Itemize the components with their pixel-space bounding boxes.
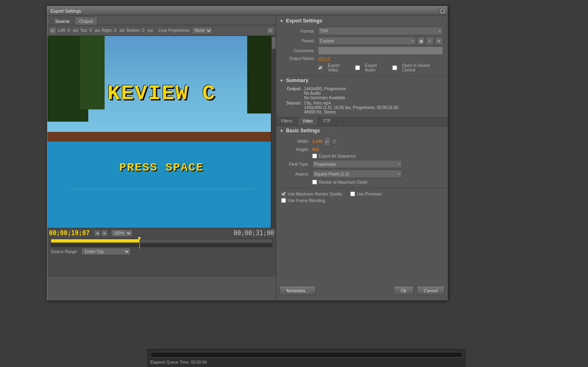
toolbar-separator bbox=[155, 27, 156, 34]
export-sequence-checkbox[interactable] bbox=[312, 153, 317, 158]
output-name-row: Output Name: Intro.tif bbox=[279, 56, 445, 61]
preset-row-inner: Custom ▼ ▣ ▪ ✕ bbox=[318, 37, 443, 45]
bottom-label: Bottom: bbox=[127, 28, 141, 33]
bottom-status-bar: Elapsed Queue Time: 00:00:04 bbox=[147, 349, 466, 367]
aspect-select[interactable]: Square Pixels (1.0) D1/DV NTSC (0.9091) bbox=[312, 170, 402, 178]
tab-bar: Source Output bbox=[47, 16, 276, 25]
basic-settings-title: Basic Settings bbox=[286, 128, 320, 133]
delete-icon: ✕ bbox=[437, 39, 440, 43]
use-frame-blending-checkbox[interactable] bbox=[281, 198, 286, 203]
prev-frame-button[interactable]: ◄ bbox=[94, 230, 101, 236]
timeline-playhead bbox=[138, 237, 141, 240]
action-buttons-row: Metadata... Ok Cancel bbox=[276, 282, 448, 299]
zoom-select-wrapper: 200% 100% 50% bbox=[111, 229, 132, 237]
left-value: 0 bbox=[67, 28, 70, 33]
progress-bar-container bbox=[150, 352, 463, 358]
summary-collapse-arrow[interactable]: ▼ bbox=[279, 78, 284, 83]
crop-proportions-select[interactable]: None bbox=[192, 27, 212, 34]
format-select[interactable]: TIFF H.264 PNG bbox=[318, 27, 443, 35]
export-sequence-row: Export As Sequence bbox=[312, 153, 445, 158]
source-range-row: Source Range: Entire Clip Work Area bbox=[47, 247, 276, 256]
dimension-lock-checkbox[interactable] bbox=[331, 138, 337, 144]
preset-dropdown-wrapper: Custom ▼ bbox=[318, 37, 416, 45]
summary-output-row: Output: 1440x900, Progressive No Audio N… bbox=[279, 87, 445, 100]
timeline-area: 00;00;19;07 ◄ ► 200% 100% 50% 00;00;31;0… bbox=[47, 228, 276, 277]
output-name-label: Output Name: bbox=[281, 56, 318, 61]
timeline-scrub[interactable] bbox=[51, 244, 273, 247]
timeline-track[interactable] bbox=[51, 239, 273, 243]
export-settings-section: ▼ Export Settings Format: TIFF H.264 PNG… bbox=[276, 16, 448, 76]
save-preset-button[interactable]: ▣ bbox=[417, 37, 425, 45]
tab-video[interactable]: Video bbox=[297, 117, 318, 126]
elapsed-label: Elapsed Queue Time: bbox=[150, 360, 190, 365]
basic-settings-section: ▼ Basic Settings Width: 1,440 ⌐ Height: … bbox=[276, 126, 448, 188]
width-row: Width: 1,440 ⌐ bbox=[279, 137, 445, 146]
format-row: Format: TIFF H.264 PNG ▼ bbox=[279, 27, 445, 35]
tab-filters[interactable]: Filters bbox=[276, 117, 297, 126]
width-value[interactable]: 1,440 bbox=[312, 139, 322, 144]
preset-select[interactable]: Custom bbox=[318, 37, 416, 45]
dialog-close-button[interactable]: ✕ bbox=[440, 8, 445, 14]
export-settings-collapse-arrow[interactable]: ▼ bbox=[279, 19, 284, 23]
pix3-label: pix bbox=[120, 28, 125, 33]
metadata-button[interactable]: Metadata... bbox=[279, 286, 316, 296]
export-settings-header: ▼ Export Settings bbox=[279, 18, 445, 24]
export-settings-title: Export Settings bbox=[286, 18, 322, 24]
format-dropdown-wrapper: TIFF H.264 PNG ▼ bbox=[318, 27, 443, 35]
water-reflection bbox=[70, 189, 253, 189]
crop-icon: ⊡ bbox=[51, 29, 54, 33]
field-type-select[interactable]: Progressive Upper Field First Lower Fiel… bbox=[312, 160, 402, 168]
summary-source-line1: Clip, Intro.mp4 bbox=[304, 101, 445, 105]
basic-settings-header: ▼ Basic Settings bbox=[279, 128, 445, 133]
current-timecode: 00;00;19;07 bbox=[49, 229, 94, 237]
comments-input[interactable] bbox=[318, 47, 443, 55]
summary-source-row: Source: Clip, Intro.mp4 1440x900 (1.0), … bbox=[279, 101, 445, 114]
export-audio-label: Export Audio bbox=[365, 63, 387, 72]
crop-tool-button[interactable]: ⊡ bbox=[49, 27, 56, 34]
source-range-select[interactable]: Entire Clip Work Area bbox=[81, 248, 130, 255]
use-previews-checkbox[interactable] bbox=[350, 191, 355, 196]
use-max-render-checkbox[interactable] bbox=[281, 191, 286, 196]
preset-controls: Custom ▼ ▣ ▪ ✕ bbox=[318, 37, 443, 45]
render-max-depth-label: Render at Maximum Depth bbox=[319, 180, 368, 185]
top-label: Top: bbox=[80, 28, 88, 33]
preview-scrollbar-thumb[interactable] bbox=[272, 37, 276, 49]
output-name-link[interactable]: Intro.tif bbox=[318, 56, 331, 61]
use-frame-blending-row: Use Frame Blending bbox=[279, 197, 445, 204]
delete-preset-button[interactable]: ✕ bbox=[435, 37, 443, 45]
field-type-row: Field Type: Progressive Upper Field Firs… bbox=[279, 160, 445, 168]
tab-ftp[interactable]: FTP bbox=[318, 117, 336, 126]
summary-source-values: Clip, Intro.mp4 1440x900 (1.0), 16.00 fp… bbox=[304, 101, 445, 114]
render-max-depth-checkbox[interactable] bbox=[312, 180, 317, 185]
ok-button[interactable]: Ok bbox=[394, 286, 414, 296]
pix4-label: pix bbox=[148, 28, 153, 33]
export-audio-checkbox[interactable] bbox=[355, 65, 360, 70]
cancel-button[interactable]: Cancel bbox=[417, 286, 445, 296]
dialog-titlebar: Export Settings ✕ bbox=[47, 7, 447, 16]
pix2-label: pix bbox=[95, 28, 100, 33]
height-value[interactable]: 900 bbox=[312, 147, 319, 152]
tab-output[interactable]: Output bbox=[75, 17, 97, 25]
folder-preset-button[interactable]: ▪ bbox=[426, 37, 434, 45]
export-settings-dialog: Export Settings ✕ Source Output ⊡ Left: … bbox=[47, 6, 447, 300]
preview-scrollbar[interactable] bbox=[271, 36, 276, 228]
render-max-depth-row: Render at Maximum Depth bbox=[312, 180, 445, 185]
height-row: Height: 900 bbox=[279, 147, 445, 152]
preset-row: Preset: Custom ▼ ▣ ▪ bbox=[279, 37, 445, 45]
basic-settings-collapse-arrow[interactable]: ▼ bbox=[279, 129, 284, 133]
comments-input-wrapper bbox=[318, 47, 443, 55]
summary-section: ▼ Summary Output: 1440x900, Progressive … bbox=[276, 76, 448, 117]
source-range-label: Source Range: bbox=[51, 249, 78, 254]
zoom-select[interactable]: 200% 100% 50% bbox=[111, 229, 132, 237]
water-area bbox=[47, 142, 276, 228]
tab-source[interactable]: Source bbox=[51, 17, 74, 25]
reset-view-button[interactable]: ⊙ bbox=[267, 27, 274, 34]
next-frame-button[interactable]: ► bbox=[101, 230, 108, 236]
folder-icon: ▪ bbox=[429, 39, 431, 43]
export-video-checkbox[interactable] bbox=[318, 65, 323, 70]
trees-left-2 bbox=[80, 36, 105, 109]
link-dimension-button[interactable]: ⌐ bbox=[324, 137, 331, 146]
open-device-central-checkbox[interactable] bbox=[392, 65, 397, 70]
scrub-position bbox=[139, 243, 140, 249]
playback-controls: ◄ ► bbox=[94, 230, 108, 236]
